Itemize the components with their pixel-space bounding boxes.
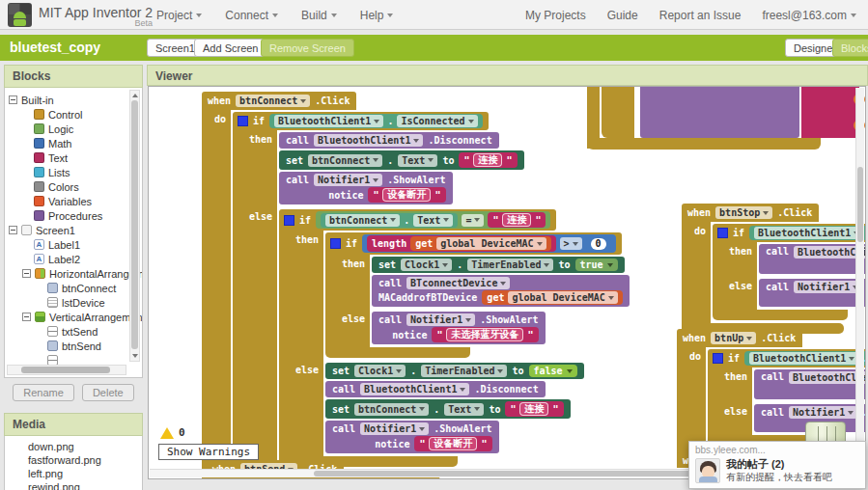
blocks-canvas[interactable]: whenbtnConnect.Click do if BluetoothClie… (148, 86, 866, 479)
tree-item-colors[interactable]: Colors (9, 179, 142, 194)
block-call-showalert-clipped[interactable]: callNotifier1.Show n (759, 279, 866, 307)
collapse-icon[interactable] (9, 95, 17, 104)
block-set-timerenabled-true[interactable]: setClock1.TimerEnabledto true (372, 257, 625, 273)
block-bluetooth-getter[interactable]: BluetoothClient1. (744, 351, 866, 366)
media-item[interactable]: fastforward.png (28, 453, 142, 467)
block-set-timerenabled-false[interactable]: setClock1.TimerEnabledto false (325, 363, 584, 379)
block-text-nodevice[interactable]: "未选择蓝牙设备" (432, 327, 538, 342)
block-set-btnconnect-text[interactable]: setbtnConnect.Textto "连接" (279, 150, 524, 170)
tree-item-variables[interactable]: Variables (9, 194, 142, 208)
tree-vertical-scrollbar[interactable] (129, 90, 140, 362)
menu-build[interactable]: Build (301, 9, 337, 22)
block-if-text-equals[interactable]: if btnConnect.Text = "连接" then (279, 209, 630, 467)
tree-item-btnsend[interactable]: btnSend (9, 339, 142, 353)
mutator-icon[interactable] (713, 353, 723, 364)
blocks-button[interactable]: Blocks (832, 39, 868, 57)
collapse-icon[interactable] (22, 313, 31, 321)
block-call-showalert[interactable]: callNotifier1.ShowAlert notice"设备断开" (325, 421, 499, 453)
block-length[interactable]: length getglobal DeviceMAC (367, 235, 556, 252)
clipped-block-fragment[interactable] (640, 87, 799, 138)
scroll-thumb[interactable] (857, 167, 863, 242)
menu-help[interactable]: Help (360, 9, 394, 22)
tree-item-text[interactable]: Text (9, 150, 142, 165)
tree-item-logic[interactable]: Logic (9, 122, 142, 136)
block-text-connect[interactable]: "连接" (459, 152, 517, 168)
link-guide[interactable]: Guide (607, 9, 638, 22)
block-text-connect[interactable]: "连接" (505, 401, 563, 417)
block-equals[interactable]: btnConnect.Text = "连接" (316, 211, 550, 229)
media-item[interactable]: left.png (28, 467, 142, 480)
listpicker-icon (47, 297, 58, 308)
operator-dropdown[interactable]: > (560, 237, 582, 250)
tree-item-procedures[interactable]: Procedures (9, 208, 142, 223)
block-call-btconnectdevice[interactable]: callBTconnectDevice MACaddrofBTDeviceget… (372, 275, 630, 307)
tree-item-btnconnect[interactable]: btnConnect (9, 281, 142, 295)
scroll-thumb[interactable] (21, 367, 110, 373)
rename-button[interactable]: Rename (13, 384, 74, 401)
account-menu[interactable]: freesl@163.com (762, 9, 856, 22)
media-item[interactable]: down.png (28, 440, 142, 453)
tree-vertical-arrangement[interactable]: VerticalArrangement1 (9, 310, 142, 324)
canvas-vertical-scrollbar[interactable] (855, 88, 864, 472)
tree-item-lstdevice[interactable]: lstDevice (9, 295, 142, 310)
block-greater-than[interactable]: length getglobal DeviceMAC > 0 (362, 234, 616, 253)
tree-item-math[interactable]: Math (9, 136, 142, 150)
scroll-up-arrow[interactable] (132, 94, 138, 97)
delete-button[interactable]: Delete (82, 384, 134, 401)
tree-builtin[interactable]: Built-in (9, 93, 142, 107)
mutator-icon[interactable] (238, 116, 248, 126)
popup-title[interactable]: 我的帖子 (2) (726, 458, 832, 471)
menu-connect[interactable]: Connect (225, 9, 278, 22)
notification-popup[interactable]: bbs.yleee.com... 我的帖子 (2) 有新的提醒，快去看看吧 (688, 441, 866, 489)
block-call-disconnect[interactable]: callBluetoothClient1.Disconnect (279, 132, 499, 149)
collapse-icon[interactable] (9, 226, 17, 234)
block-set-btnconnect-text[interactable]: setbtnConnect.Textto "连接" (325, 399, 571, 419)
tree-item-txtsend[interactable]: txtSend (9, 324, 142, 339)
mutator-icon[interactable] (284, 215, 294, 226)
link-my-projects[interactable]: My Projects (525, 9, 586, 22)
block-logic-false[interactable]: false (529, 365, 577, 377)
scroll-down-arrow[interactable] (132, 354, 138, 358)
block-when-btnconnect-click[interactable]: whenbtnConnect.Click do if BluetoothClie… (202, 92, 630, 479)
block-text-disconnected[interactable]: "设备断开" (414, 436, 491, 451)
block-when-btnstop-click[interactable]: whenbtnStop.Click do if BluetoothClient1… (682, 204, 866, 334)
tree-screen1[interactable]: Screen1 (9, 223, 142, 237)
block-bluetooth-isconnected[interactable]: BluetoothClient1.IsConnected (269, 114, 483, 128)
block-number-zero[interactable]: 0 (586, 237, 611, 251)
tree-item-lists[interactable]: Lists (9, 165, 142, 179)
block-if-isconnected[interactable]: if BluetoothClient1. then callBluetoothC… (713, 224, 866, 320)
block-if-isconnected[interactable]: if BluetoothClient1.IsConnected then cal… (233, 112, 630, 479)
operator-dropdown[interactable]: = (462, 214, 484, 227)
block-logic-true[interactable]: true (575, 259, 618, 271)
collapse-icon[interactable] (22, 269, 31, 278)
block-text-connect[interactable]: "连接" (488, 212, 546, 228)
media-item[interactable]: rewind.png (28, 480, 142, 490)
show-warnings-button[interactable]: Show Warnings (158, 444, 259, 460)
clipped-block-fragment[interactable] (801, 87, 859, 138)
block-if-length-gt-zero[interactable]: if length getglobal DeviceMAC > 0 (325, 232, 630, 358)
block-call-clipped[interactable]: callBluetoothClient1 (759, 244, 866, 274)
block-get-global-devicemac[interactable]: getglobal DeviceMAC (482, 290, 622, 305)
menu-project[interactable]: Project (156, 9, 202, 22)
tree-horizontal-scrollbar[interactable] (7, 365, 126, 375)
chevron-down-icon (851, 14, 856, 17)
block-call-showalert[interactable]: callNotifier1.ShowAlert notice"设备断开" (279, 172, 453, 204)
component-dropdown[interactable]: btnConnect (236, 95, 310, 107)
mutator-icon[interactable] (717, 228, 728, 238)
link-report-issue[interactable]: Report an Issue (659, 9, 742, 22)
block-text-disconnected[interactable]: "设备断开" (368, 187, 445, 203)
block-get-global-devicemac[interactable]: getglobal DeviceMAC (410, 236, 550, 251)
scroll-thumb[interactable] (131, 100, 138, 349)
block-call-clipped[interactable]: callBluetoothClient1 (754, 369, 866, 399)
remove-screen-button[interactable]: Remove Screen (261, 39, 354, 57)
block-call-disconnect[interactable]: callBluetoothClient1.Disconnect (325, 381, 546, 397)
block-bluetooth-getter[interactable]: BluetoothClient1. (749, 226, 866, 240)
tree-item-control[interactable]: Control (9, 107, 142, 122)
block-btnconnect-text-getter[interactable]: btnConnect.Text (321, 213, 458, 228)
tree-item-label1[interactable]: ALabel1 (9, 237, 142, 252)
tree-horizontal-arrangement[interactable]: HorizontalArrangemen (9, 266, 142, 281)
block-call-showalert[interactable]: callNotifier1.ShowAlert notice"未选择蓝牙设备" (372, 312, 546, 344)
mutator-icon[interactable] (330, 238, 341, 249)
tree-item-label2[interactable]: ALabel2 (9, 252, 142, 266)
android-icon (14, 12, 26, 18)
